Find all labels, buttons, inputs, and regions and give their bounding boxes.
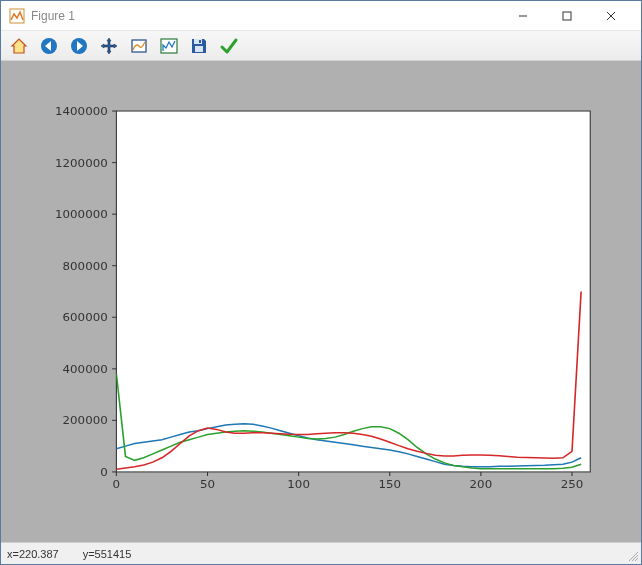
svg-rect-11	[195, 46, 203, 52]
minimize-button[interactable]	[501, 2, 545, 30]
svg-text:800000: 800000	[63, 259, 108, 272]
status-y: y=551415	[83, 548, 132, 560]
svg-rect-2	[563, 12, 571, 20]
figure-canvas[interactable]: 0501001502002500200000400000600000800000…	[1, 61, 641, 542]
svg-text:600000: 600000	[63, 311, 108, 324]
axes: 0501001502002500200000400000600000800000…	[41, 101, 601, 502]
status-x: x=220.387	[7, 548, 59, 560]
resize-grip-icon[interactable]	[626, 549, 638, 561]
svg-rect-13	[116, 111, 590, 472]
svg-text:1200000: 1200000	[55, 156, 108, 169]
statusbar: x=220.387 y=551415	[1, 542, 641, 564]
titlebar: Figure 1	[1, 1, 641, 31]
svg-text:200000: 200000	[63, 414, 108, 427]
svg-text:1400000: 1400000	[55, 104, 108, 117]
svg-rect-12	[199, 40, 201, 43]
zoom-icon[interactable]	[127, 34, 151, 58]
svg-text:100: 100	[287, 477, 310, 490]
home-icon[interactable]	[7, 34, 31, 58]
close-button[interactable]	[589, 2, 633, 30]
save-icon[interactable]	[187, 34, 211, 58]
confirm-icon[interactable]	[217, 34, 241, 58]
svg-text:1000000: 1000000	[55, 208, 108, 221]
window-title: Figure 1	[31, 9, 501, 23]
forward-icon[interactable]	[67, 34, 91, 58]
toolbar	[1, 31, 641, 61]
svg-text:50: 50	[200, 477, 215, 490]
subplots-icon[interactable]	[157, 34, 181, 58]
pan-icon[interactable]	[97, 34, 121, 58]
window-controls	[501, 2, 633, 30]
svg-text:150: 150	[378, 477, 401, 490]
svg-text:0: 0	[113, 477, 121, 490]
svg-text:200: 200	[470, 477, 493, 490]
app-icon	[9, 8, 25, 24]
svg-text:0: 0	[100, 465, 108, 478]
maximize-button[interactable]	[545, 2, 589, 30]
back-icon[interactable]	[37, 34, 61, 58]
svg-text:400000: 400000	[63, 362, 108, 375]
svg-text:250: 250	[561, 477, 584, 490]
